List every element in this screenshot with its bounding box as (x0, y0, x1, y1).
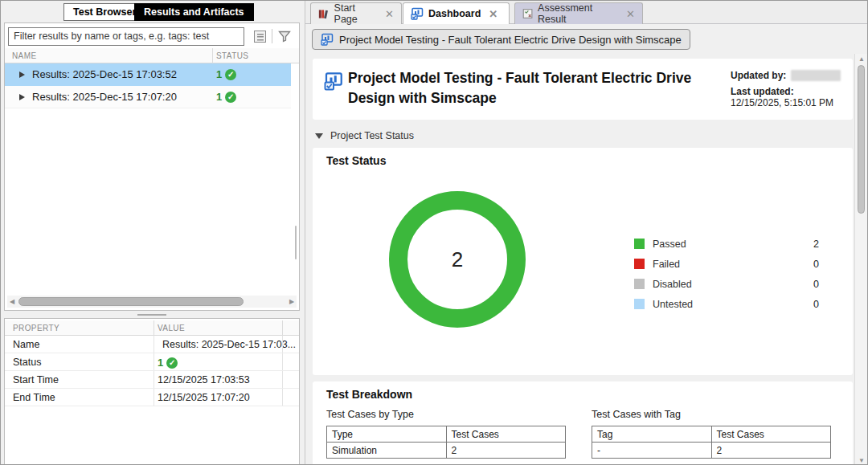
scroll-up-arrow-icon[interactable]: ▲ (855, 54, 868, 64)
tab-start-page[interactable]: Start Page ✕ (310, 2, 402, 24)
dashboard-icon (411, 7, 424, 20)
check-circle-icon: ✓ (166, 357, 178, 369)
tab-assessment-result[interactable]: Assessment Result ✕ (514, 2, 643, 24)
column-header-status: STATUS (216, 51, 248, 60)
scroll-left-arrow-icon[interactable]: ◀ (7, 296, 17, 308)
result-name: Results: 2025-Dec-15 17:07:20 (32, 91, 177, 103)
hscroll-track[interactable] (17, 297, 287, 306)
result-row-1[interactable]: Results: 2025-Dec-15 17:03:52 1 ✓ (5, 63, 291, 86)
results-vertical-scrollbar-thumb[interactable] (295, 226, 297, 259)
filter-button[interactable] (274, 27, 295, 46)
column-divider (282, 320, 283, 336)
property-value: 12/15/2025 17:03:53 (158, 374, 250, 385)
dashboard-icon (321, 33, 334, 46)
document-area: Start Page ✕ Dashboard ✕ Assessment Resu… (305, 1, 868, 465)
result-row-2[interactable]: Results: 2025-Dec-15 17:07:20 1 ✓ (5, 86, 291, 108)
column-divider (154, 320, 154, 336)
properties-panel: PROPERTY VALUE Name Results: 2025-Dec-15… (4, 318, 300, 465)
test-cases-with-tag-table: Tag Test Cases - 2 (592, 426, 831, 459)
tab-test-browser-label: Test Browser (73, 6, 136, 18)
disabled-swatch-icon (634, 279, 645, 289)
column-divider (212, 48, 213, 63)
tab-test-browser[interactable]: Test Browser (63, 3, 145, 21)
document-tab-bar: Start Page ✕ Dashboard ✕ Assessment Resu… (305, 1, 868, 24)
legend-item-passed: Passed 2 (634, 234, 819, 254)
last-updated-label: Last updated: (731, 86, 794, 97)
result-name: Results: 2025-Dec-15 17:03:52 (32, 68, 177, 80)
tab-dashboard[interactable]: Dashboard ✕ (403, 2, 510, 24)
donut-total: 2 (452, 247, 463, 272)
tab-label: Dashboard (428, 8, 481, 19)
left-tab-bar: Test Browser Results and Artifacts (1, 1, 305, 22)
breadcrumb-label: Project Model Testing - Fault Tolerant E… (339, 34, 682, 46)
dashboard-header-card: Project Model Testing - Fault Tolerant E… (313, 59, 853, 120)
property-row-start-time[interactable]: Start Time 12/15/2025 17:03:53 (5, 371, 299, 389)
section-project-test-status[interactable]: Project Test Status (315, 128, 414, 144)
property-row-name[interactable]: Name Results: 2025-Dec-15 17:03... (5, 336, 299, 353)
expand-arrow-icon[interactable] (19, 94, 25, 100)
table-row: Simulation 2 (327, 443, 566, 459)
table-row: - 2 (592, 443, 831, 459)
property-value: Results: 2025-Dec-15 17:03... (162, 339, 296, 350)
filter-results-input[interactable] (8, 27, 244, 46)
expand-arrow-icon[interactable] (19, 71, 25, 78)
property-label: Name (13, 339, 39, 350)
by-type-header-testcases: Test Cases (446, 426, 566, 443)
check-circle-icon: ✓ (225, 69, 236, 80)
legend-item-untested: Untested 0 (634, 294, 819, 314)
column-header-property: PROPERTY (13, 324, 59, 332)
splitter-handle[interactable] (137, 314, 166, 316)
close-icon[interactable]: ✕ (489, 9, 497, 19)
property-label: Status (13, 357, 41, 368)
failed-swatch-icon (634, 259, 645, 269)
updated-by-label: Updated by: (731, 70, 786, 81)
tab-label: Start Page (334, 2, 378, 25)
test-breakdown-card: Test Breakdown Test Cases by Type Type T… (313, 381, 853, 465)
breadcrumb[interactable]: Project Model Testing - Fault Tolerant E… (312, 29, 690, 50)
dashboard-vertical-scrollbar[interactable]: ▲ ▼ (854, 54, 867, 465)
breadcrumb-bar: Project Model Testing - Fault Tolerant E… (305, 24, 868, 54)
scroll-down-arrow-icon[interactable]: ▼ (855, 455, 868, 465)
scroll-right-arrow-icon[interactable]: ▶ (287, 296, 297, 308)
passed-swatch-icon (634, 239, 645, 249)
section-label: Project Test Status (330, 130, 414, 141)
results-horizontal-scrollbar[interactable]: ◀ ▶ (7, 296, 297, 308)
properties-table-header: PROPERTY VALUE (5, 320, 299, 336)
update-meta: Updated by: Last updated: 12/15/2025, 5:… (731, 70, 850, 108)
page-title: Project Model Testing - Fault Tolerant E… (348, 68, 726, 108)
property-row-status[interactable]: Status 1 ✓ (5, 353, 299, 371)
assessment-icon (522, 8, 533, 19)
test-breakdown-title: Test Breakdown (326, 388, 412, 401)
panel-splitter[interactable] (4, 311, 300, 318)
tab-label: Assessment Result (538, 2, 618, 25)
test-status-legend: Passed 2 Failed 0 Disabled 0 Untested 0 (634, 234, 819, 314)
test-cases-by-type-table: Type Test Cases Simulation 2 (326, 426, 566, 459)
close-icon[interactable]: ✕ (385, 9, 394, 19)
by-type-caption: Test Cases by Type (326, 409, 566, 420)
close-icon[interactable]: ✕ (626, 9, 635, 19)
list-icon (254, 31, 266, 43)
pass-count: 1 (216, 68, 222, 80)
saved-filters-button[interactable] (249, 27, 270, 46)
with-tag-header-tag: Tag (592, 426, 712, 443)
test-status-title: Test Status (326, 154, 386, 167)
tab-results-and-artifacts-label: Results and Artifacts (144, 6, 244, 18)
by-type-header-type: Type (327, 426, 447, 443)
dashboard-content: Project Model Testing - Fault Tolerant E… (305, 54, 855, 465)
legend-item-failed: Failed 0 (634, 254, 819, 274)
last-updated-value: 12/15/2025, 5:15:01 PM (731, 97, 833, 108)
hscroll-thumb[interactable] (18, 297, 244, 306)
property-row-end-time[interactable]: End Time 12/15/2025 17:07:20 (5, 389, 299, 406)
toolbar-separator (272, 29, 272, 43)
legend-item-disabled: Disabled 0 (634, 274, 819, 294)
property-value: 1 ✓ (158, 357, 178, 369)
collapse-arrow-icon[interactable] (315, 133, 323, 139)
test-status-donut-chart: 2 (389, 191, 526, 328)
test-cases-by-type-group: Test Cases by Type Type Test Cases Simul… (326, 409, 566, 459)
pass-count: 1 (216, 91, 222, 103)
column-header-value: VALUE (158, 324, 185, 332)
vscroll-thumb[interactable] (858, 65, 865, 214)
filter-funnel-icon (278, 30, 291, 43)
tab-results-and-artifacts[interactable]: Results and Artifacts (134, 3, 254, 21)
test-status-card: Test Status 2 Passed 2 Failed 0 Disabled (313, 148, 853, 375)
